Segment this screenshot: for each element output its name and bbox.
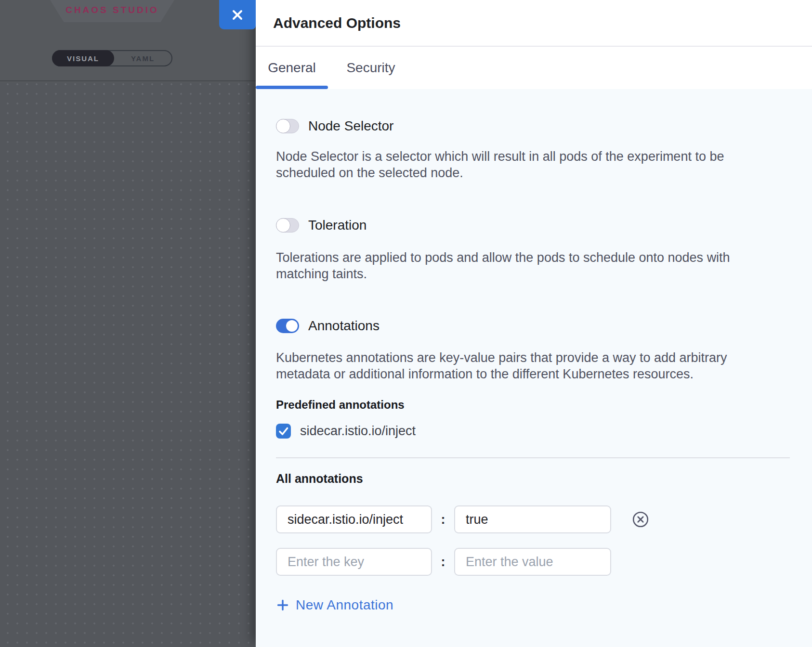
key-value-separator: : xyxy=(432,555,454,569)
key-value-separator: : xyxy=(432,512,454,527)
drawer-tabbar: General Security xyxy=(256,47,812,89)
tab-general[interactable]: General xyxy=(256,47,328,89)
annotation-row-empty: : xyxy=(276,548,790,576)
section-divider xyxy=(276,457,790,458)
node-selector-row: Node Selector xyxy=(276,119,790,133)
toggle-knob xyxy=(276,119,290,133)
sidecar-inject-label: sidecar.istio.io/inject xyxy=(300,424,416,439)
annotation-value-input-empty[interactable] xyxy=(454,548,611,576)
close-icon xyxy=(231,9,244,21)
visual-yaml-toggle[interactable]: VISUAL YAML xyxy=(52,50,172,66)
toleration-label: Toleration xyxy=(308,218,367,233)
all-annotations-heading: All annotations xyxy=(276,472,790,485)
check-icon xyxy=(276,424,291,439)
studio-header: CHAOS STUDIO VISUAL YAML xyxy=(0,0,256,81)
toleration-row: Toleration xyxy=(276,218,790,233)
brand-banner: CHAOS STUDIO xyxy=(50,0,174,22)
remove-annotation-button[interactable] xyxy=(632,511,649,528)
tab-yaml[interactable]: YAML xyxy=(114,51,171,65)
remove-circle-x-icon xyxy=(632,511,649,528)
annotations-description: Kubernetes annotations are key-value pai… xyxy=(276,349,790,382)
toggle-knob xyxy=(276,218,290,233)
toggle-knob xyxy=(286,320,298,332)
annotations-row: Annotations xyxy=(276,319,790,333)
tab-security[interactable]: Security xyxy=(328,47,414,89)
annotations-toggle[interactable] xyxy=(276,319,299,333)
experiment-canvas xyxy=(0,82,256,647)
dimmed-backdrop: CHAOS STUDIO VISUAL YAML xyxy=(0,0,256,647)
toleration-toggle[interactable] xyxy=(276,218,299,233)
node-selector-description: Node Selector is a selector which will r… xyxy=(276,148,790,181)
general-tab-content: Node Selector Node Selector is a selecto… xyxy=(256,89,812,647)
active-tab-underline xyxy=(256,86,328,89)
brand-title: CHAOS STUDIO xyxy=(65,5,159,17)
tab-visual[interactable]: VISUAL xyxy=(52,50,114,66)
predefined-annotations-heading: Predefined annotations xyxy=(276,398,790,412)
node-selector-toggle[interactable] xyxy=(276,119,299,133)
plus-icon xyxy=(276,598,289,612)
predefined-annotation-item: sidecar.istio.io/inject xyxy=(276,424,790,439)
new-annotation-link[interactable]: New Annotation xyxy=(276,598,393,612)
advanced-options-drawer: Advanced Options General Security Node S… xyxy=(256,0,812,647)
node-selector-label: Node Selector xyxy=(308,118,393,134)
annotation-value-input[interactable] xyxy=(454,505,611,533)
drawer-header: Advanced Options xyxy=(256,0,812,47)
annotation-key-input-empty[interactable] xyxy=(276,548,432,576)
drawer-title: Advanced Options xyxy=(273,15,401,31)
toleration-description: Tolerations are applied to pods and allo… xyxy=(276,249,790,282)
new-annotation-label: New Annotation xyxy=(296,597,393,613)
sidecar-inject-checkbox[interactable] xyxy=(276,424,291,439)
annotation-row-filled: : xyxy=(276,505,790,533)
annotation-key-input[interactable] xyxy=(276,505,432,533)
annotations-label: Annotations xyxy=(308,318,380,334)
close-drawer-button[interactable] xyxy=(219,0,256,29)
